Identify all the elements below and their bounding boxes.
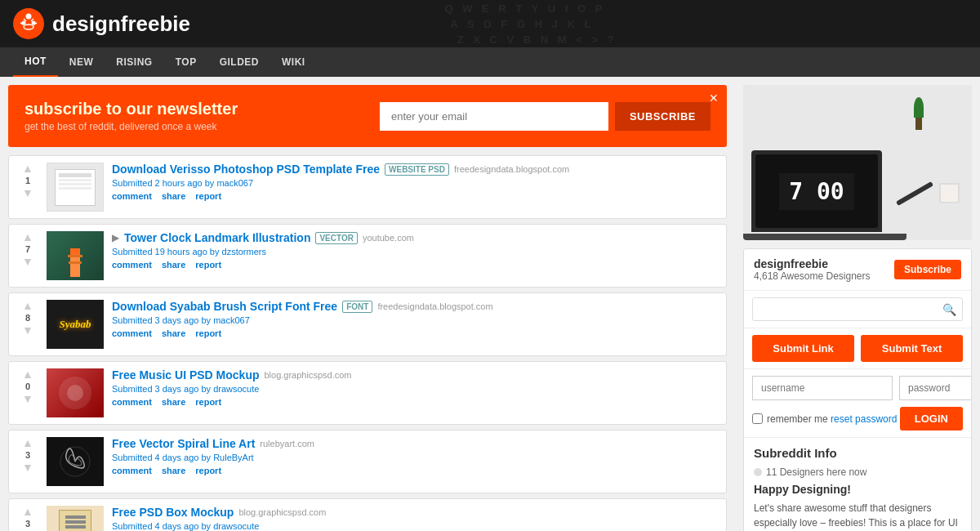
newsletter-subtext: get the best of reddit, delivered once a… — [24, 121, 238, 132]
post-body: Free Music UI PSD Mockup blog.graphicsps… — [112, 368, 719, 407]
vote-column: ▲ 3 ▼ — [16, 437, 40, 473]
post-body: Download Verisso Photoshop PSD Template … — [112, 163, 719, 201]
post-actions: comment share report — [112, 260, 719, 270]
remember-me-label: remember me — [752, 413, 828, 425]
downvote-button[interactable]: ▼ — [22, 256, 33, 267]
post-author[interactable]: mack067 — [216, 178, 253, 188]
subreddit-card: designfreebie 4,618 Awesome Designers Su… — [743, 248, 972, 531]
upvote-button[interactable]: ▲ — [22, 231, 33, 243]
newsletter-form: SUBSCRIBE — [380, 102, 710, 131]
post-domain: rulebyart.com — [260, 439, 314, 448]
upvote-button[interactable]: ▲ — [22, 437, 33, 448]
sidebar: 7 00 designfreebie — [735, 77, 980, 531]
newsletter-banner: subscribe to our newsletter get the best… — [8, 85, 727, 147]
post-tag: FONT — [342, 301, 372, 313]
post-author[interactable]: RuleByArt — [213, 453, 254, 462]
site-title: designfreebie — [52, 11, 190, 37]
report-action[interactable]: report — [195, 397, 221, 407]
subreddit-members: 4,618 Awesome Designers — [754, 270, 871, 282]
sidebar-search: 🔍 — [744, 290, 971, 328]
post-title-link[interactable]: Download Syabab Brush Script Font Free — [112, 300, 337, 313]
comment-action[interactable]: comment — [112, 260, 152, 270]
downvote-button[interactable]: ▼ — [22, 393, 33, 404]
report-action[interactable]: report — [195, 466, 221, 475]
share-action[interactable]: share — [162, 328, 185, 338]
post-title-link[interactable]: Tower Clock Landmark Illustration — [124, 231, 310, 244]
comment-action[interactable]: comment — [112, 328, 152, 338]
report-action[interactable]: report — [195, 191, 221, 201]
subreddit-info-title: Subreddit Info — [754, 446, 961, 460]
vote-column: ▲ 1 ▼ — [16, 163, 40, 199]
nav-new[interactable]: NEW — [58, 48, 105, 76]
svg-point-4 — [26, 14, 32, 20]
subreddit-info-header: designfreebie 4,618 Awesome Designers — [754, 257, 871, 282]
subreddit-info-section: Subreddit Info 11 Designers here now Hap… — [744, 437, 971, 531]
upvote-button[interactable]: ▲ — [22, 368, 33, 380]
downvote-button[interactable]: ▼ — [22, 462, 33, 473]
post-author[interactable]: mack067 — [213, 315, 250, 325]
upvote-button[interactable]: ▲ — [22, 163, 33, 174]
subreddit-header: designfreebie 4,618 Awesome Designers Su… — [744, 249, 971, 290]
newsletter-email-input[interactable] — [380, 102, 608, 131]
post-thumbnail — [47, 368, 104, 417]
post-list: ▲ 1 ▼ Download Verisso Photoshop PSD Tem… — [8, 155, 727, 531]
keyboard-background: Q W E R T Y U I O P A S D F G H J K L Z … — [82, 0, 980, 47]
post-domain: youtube.com — [363, 233, 414, 243]
subscribe-button[interactable]: Subscribe — [894, 260, 961, 279]
comment-action[interactable]: comment — [112, 466, 152, 475]
post-title-link[interactable]: Download Verisso Photoshop PSD Template … — [112, 163, 380, 176]
post-item: ▲ 7 ▼ ▶ Tower Clock Landmark Illustratio… — [8, 224, 727, 288]
share-action[interactable]: share — [162, 260, 185, 270]
report-action[interactable]: report — [195, 260, 221, 270]
submit-link-button[interactable]: Submit Link — [752, 335, 854, 362]
share-action[interactable]: share — [162, 191, 185, 201]
post-title-link[interactable]: Free Music UI PSD Mockup — [112, 368, 259, 382]
main-nav: HOT NEW RISING TOP GILDED WIKI — [0, 47, 980, 77]
post-title-link[interactable]: Free Vector Spiral Line Art — [112, 437, 255, 450]
post-actions: comment share report — [112, 397, 719, 407]
reset-password-link[interactable]: reset password — [831, 413, 897, 425]
community-description: Let's share awesome stuff that designers… — [754, 501, 961, 531]
post-author[interactable]: dzstormers — [222, 247, 266, 257]
post-author[interactable]: drawsocute — [213, 521, 259, 531]
login-inputs — [752, 376, 963, 400]
vote-column: ▲ 0 ▼ — [16, 368, 40, 404]
comment-action[interactable]: comment — [112, 191, 152, 201]
post-item: ▲ 1 ▼ Download Verisso Photoshop PSD Tem… — [8, 155, 727, 219]
login-button[interactable]: LOGIN — [900, 407, 963, 431]
post-title-link[interactable]: Free PSD Box Mockup — [112, 506, 234, 519]
subreddit-name: designfreebie — [754, 257, 871, 270]
nav-gilded[interactable]: GILDED — [208, 48, 270, 76]
password-input[interactable] — [899, 376, 972, 400]
post-author[interactable]: drawsocute — [213, 384, 259, 394]
newsletter-subscribe-button[interactable]: SUBSCRIBE — [615, 102, 710, 131]
post-domain: blog.graphicspsd.com — [238, 507, 326, 517]
downvote-button[interactable]: ▼ — [22, 187, 33, 199]
upvote-button[interactable]: ▲ — [22, 300, 33, 311]
post-item: ▲ 3 ▼ Free PSD Box Mockup blog.graphicsp… — [8, 498, 727, 531]
nav-rising[interactable]: RISING — [105, 48, 163, 76]
main-layout: subscribe to our newsletter get the best… — [0, 77, 980, 531]
downvote-button[interactable]: ▼ — [22, 324, 33, 336]
nav-wiki[interactable]: WIKI — [270, 48, 317, 76]
post-item: ▲ 0 ▼ Free Music UI PSD Mockup blog.grap… — [8, 361, 727, 425]
search-input[interactable] — [752, 297, 963, 321]
report-action[interactable]: report — [195, 328, 221, 338]
post-body: ▶ Tower Clock Landmark Illustration VECT… — [112, 231, 719, 270]
nav-hot[interactable]: HOT — [13, 47, 58, 77]
submit-text-button[interactable]: Submit Text — [861, 335, 963, 362]
share-action[interactable]: share — [162, 466, 185, 475]
share-action[interactable]: share — [162, 397, 185, 407]
clock-display: 7 00 — [779, 173, 853, 210]
nav-top[interactable]: TOP — [164, 48, 208, 76]
newsletter-close-button[interactable]: ✕ — [709, 91, 719, 105]
post-domain: freedesigndata.blogspot.com — [454, 164, 569, 174]
header: Q W E R T Y U I O P A S D F G H J K L Z … — [0, 0, 980, 47]
remember-me-checkbox[interactable] — [752, 413, 763, 424]
comment-action[interactable]: comment — [112, 397, 152, 407]
username-input[interactable] — [752, 376, 893, 400]
vote-count: 8 — [25, 313, 30, 323]
post-tag: VECTOR — [315, 232, 358, 244]
upvote-button[interactable]: ▲ — [22, 506, 33, 517]
content-area: subscribe to our newsletter get the best… — [0, 77, 735, 531]
